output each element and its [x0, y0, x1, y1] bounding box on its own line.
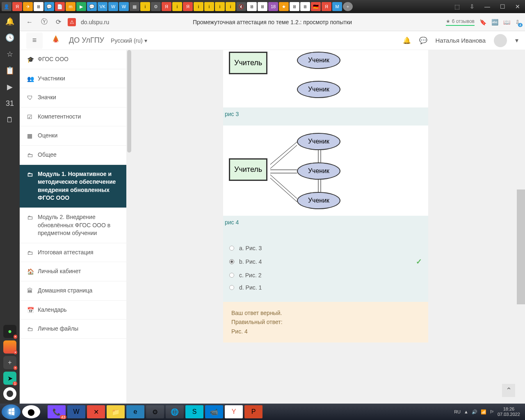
tab-y3-icon[interactable]: Я [183, 2, 193, 11]
close-window-button[interactable]: ✕ [512, 2, 523, 11]
nav-item-2[interactable]: 🛡Значки [20, 88, 126, 107]
clipboard-icon[interactable]: 📋 [5, 66, 15, 75]
nav-drawer-toggle[interactable]: ≡ [26, 32, 43, 49]
tab-i2-icon[interactable]: i [172, 2, 182, 11]
tab-profile-icon[interactable]: 👤 [2, 2, 11, 11]
moodle-notifications-icon[interactable]: 🔔 [403, 37, 411, 44]
nav-item-4[interactable]: ▦Оценки [20, 126, 126, 146]
taskbar-powerpoint-icon[interactable]: P [244, 405, 262, 418]
start-button[interactable] [2, 404, 21, 419]
downloads-toolbar-icon[interactable]: ⇩4 [515, 19, 520, 25]
tab-de-icon[interactable]: 🇩🇪 [311, 2, 321, 11]
favorites-icon[interactable]: ☆ [5, 49, 15, 59]
tab-m-icon[interactable]: M [332, 2, 342, 11]
reader-icon[interactable]: 📖 [503, 19, 510, 25]
extension-icon[interactable]: ⬚ [451, 2, 463, 11]
tab-moodle-icon[interactable]: m [66, 2, 75, 11]
moodle-messages-icon[interactable]: 💬 [419, 37, 427, 44]
tab-i6-icon[interactable]: i [226, 2, 235, 11]
nav-item-6[interactable]: 🗀Модуль 1. Нормативное и методическое об… [20, 165, 126, 208]
maximize-button[interactable]: ☐ [497, 2, 509, 11]
yandex-sidebar-icon[interactable] [3, 387, 16, 400]
tab-i1-icon[interactable]: i [140, 2, 150, 11]
taskbar-explorer-icon[interactable]: 📁 [107, 405, 125, 418]
tab-i4-icon[interactable]: i [204, 2, 214, 11]
tab-mute-icon[interactable]: 🔇 [236, 2, 246, 11]
tray-lang[interactable]: RU [454, 409, 461, 414]
calendar-31-icon[interactable]: 31 [5, 98, 15, 108]
taskbar-viber-icon[interactable]: 📞43 [48, 405, 66, 418]
notifications-icon[interactable]: 🔔 [5, 16, 15, 26]
tab-i5-icon[interactable]: i [215, 2, 225, 11]
taskbar-settings-icon[interactable]: ⚙ [146, 405, 164, 418]
tray-flag-icon[interactable]: 🏳 [490, 409, 494, 414]
tab-vk-icon[interactable]: VK [98, 2, 107, 11]
back-button[interactable]: ← [25, 17, 34, 27]
tab-play-icon[interactable]: ▶ [76, 2, 86, 11]
tab-yandex-icon[interactable]: Я [12, 2, 22, 11]
reload-button[interactable]: ⟳ [54, 16, 63, 27]
nav-item-1[interactable]: 👥Участники [20, 69, 126, 89]
history-icon[interactable]: 🕓 [5, 33, 15, 43]
url-text[interactable]: do.ulspu.ru [81, 19, 109, 25]
tab-word2-icon[interactable]: W [119, 2, 129, 11]
nav-item-0[interactable]: 🎓ФГОС ООО [20, 50, 126, 69]
note-icon[interactable]: 🗒 [5, 115, 15, 125]
language-selector[interactable]: Русский (ru) ▾ [111, 37, 147, 44]
answer-option-c[interactable]: c. Рис. 2 [229, 269, 422, 281]
minimize-button[interactable]: — [481, 2, 493, 11]
tray-clock[interactable]: 18:26 07.03.2022 [498, 406, 520, 417]
answer-option-a[interactable]: a. Рис. 3 [229, 242, 422, 254]
tray-network-icon[interactable]: 📶 [481, 409, 486, 415]
taskbar-zoom-icon[interactable]: 📹 [205, 405, 223, 418]
telegram-sidebar-icon[interactable]: ➤1 [3, 372, 16, 385]
tab-y2-icon[interactable]: Я [162, 2, 171, 11]
taskbar-word-icon[interactable]: W [67, 405, 85, 418]
mail-icon[interactable]: • [3, 340, 16, 354]
yandex-circle-icon[interactable]: Ⓨ [39, 16, 49, 28]
answer-option-d[interactable]: d. Рис. 1 [229, 281, 422, 294]
tab-gears-icon[interactable]: ⚙ [151, 2, 161, 11]
user-name[interactable]: Наталья Иванова [436, 37, 486, 44]
tab-chat-icon[interactable]: 💬 [44, 2, 54, 11]
site-logo-icon[interactable] [49, 34, 62, 47]
nav-item-3[interactable]: ☑Компетентности [20, 107, 126, 127]
assist-icon[interactable]: ●• [3, 325, 16, 338]
tab-doc4-icon[interactable]: 🗎 [290, 2, 299, 11]
new-tab-button[interactable]: + [343, 2, 353, 11]
reviews-badge[interactable]: ★ 6 отзывов [446, 18, 475, 26]
nav-item-11[interactable]: 📅Календарь [20, 301, 126, 320]
nav-item-7[interactable]: 🗀Модуль 2. Внедрение обновлённых ФГОС ОО… [20, 208, 126, 243]
tab-grid-icon[interactable]: ▦ [130, 2, 139, 11]
nav-item-9[interactable]: 🏠Личный кабинет [20, 262, 126, 281]
page-scrollbar[interactable] [517, 189, 525, 304]
tab-doc-icon[interactable]: 🗎 [34, 2, 43, 11]
insecure-site-icon[interactable]: ⚠ [68, 18, 76, 26]
tab-doc3-icon[interactable]: 🗎 [258, 2, 267, 11]
taskbar-chrome-icon[interactable]: 🌐 [166, 405, 184, 418]
tray-show-hidden-icon[interactable]: ▲ [464, 409, 468, 414]
user-menu-caret-icon[interactable]: ▾ [515, 37, 518, 44]
downloads-icon[interactable]: ⇩ [466, 2, 478, 11]
tab-word-icon[interactable]: W [108, 2, 118, 11]
scroll-to-top-button[interactable]: ⌃ [502, 384, 515, 397]
tab-send-icon[interactable]: ✈ [23, 2, 33, 11]
nav-item-8[interactable]: 🗀Итоговая аттестация [20, 243, 126, 262]
tab-doc2-icon[interactable]: 🗎 [247, 2, 257, 11]
user-avatar-icon[interactable] [494, 34, 507, 47]
taskbar-ie-icon[interactable]: e [126, 405, 144, 418]
tab-doc5-icon[interactable]: 🗎 [300, 2, 310, 11]
tab-pdf-icon[interactable]: 📄 [55, 2, 65, 11]
nav-item-10[interactable]: 🏛Домашняя страница [20, 281, 126, 301]
bookmark-icon[interactable]: 🔖 [479, 19, 486, 25]
tab-i3-icon[interactable]: i [194, 2, 203, 11]
tab-chat2-icon[interactable]: 💬 [87, 2, 97, 11]
add-app-icon[interactable]: +• [3, 356, 16, 369]
tray-volume-icon[interactable]: 🔊 [472, 409, 477, 415]
taskbar-yandex-icon[interactable]: ⬤ [22, 405, 40, 418]
taskbar-yandex-browser-icon[interactable]: Y [225, 405, 243, 418]
tab-18-icon[interactable]: 18 [268, 2, 278, 11]
tab-fav-icon[interactable]: ★ [279, 2, 289, 11]
site-name[interactable]: ДО УлГПУ [69, 36, 104, 45]
taskbar-antivirus-icon[interactable]: ✕ [87, 405, 105, 418]
